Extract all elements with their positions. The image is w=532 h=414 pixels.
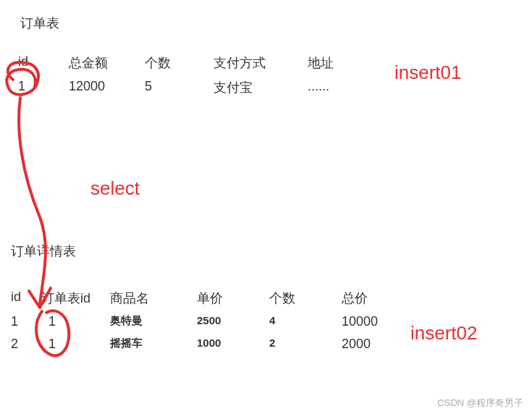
table2-header-total: 总价 [342, 290, 400, 307]
table2: id 订单表id 商品名 单价 个数 总价 1 1 奥特曼 2500 4 100… [11, 290, 400, 359]
table2-cell-oid: 1 [41, 314, 110, 329]
table1-data-row: 1 12000 5 支付宝 ...... [18, 79, 358, 96]
annotation-select: select [90, 177, 140, 200]
table1-cell-total: 12000 [69, 79, 145, 96]
table2-cell-total: 10000 [342, 314, 400, 329]
table2-row-1: 2 1 摇摇车 1000 2 2000 [11, 337, 400, 352]
table1-header-row: id 总金额 个数 支付方式 地址 [18, 54, 358, 72]
table2-cell-name: 摇摇车 [110, 337, 197, 352]
table2-cell-id: 1 [11, 314, 41, 329]
table2-cell-count: 4 [269, 314, 342, 329]
table1-header-count: 个数 [145, 54, 214, 72]
table2-row-0: 1 1 奥特曼 2500 4 10000 [11, 314, 400, 329]
table1-title: 订单表 [20, 14, 59, 32]
table2-cell-total: 2000 [342, 337, 400, 352]
table2-header-oid: 订单表id [41, 290, 110, 307]
table2-cell-price: 2500 [197, 314, 269, 329]
table2-cell-count: 2 [269, 337, 342, 352]
table2-header-id: id [11, 290, 41, 307]
watermark: CSDN @程序奇男子 [437, 397, 523, 410]
table2-header-count: 个数 [269, 290, 342, 307]
table2-title: 订单详情表 [11, 242, 76, 260]
table2-header-row: id 订单表id 商品名 单价 个数 总价 [11, 290, 400, 307]
table1-header-pay: 支付方式 [214, 54, 308, 72]
table2-header-price: 单价 [197, 290, 269, 307]
table1-header-addr: 地址 [308, 54, 358, 72]
table2-cell-oid: 1 [41, 337, 110, 352]
table2-cell-name: 奥特曼 [110, 314, 197, 329]
table1: id 总金额 个数 支付方式 地址 1 12000 5 支付宝 ...... [18, 54, 358, 104]
table1-cell-id: 1 [18, 79, 69, 96]
table1-cell-addr: ...... [308, 79, 358, 96]
table2-cell-price: 1000 [197, 337, 269, 352]
table1-header-total: 总金额 [69, 54, 145, 72]
table2-header-name: 商品名 [110, 290, 197, 307]
table2-cell-id: 2 [11, 337, 41, 352]
table1-cell-pay: 支付宝 [214, 79, 308, 96]
table1-cell-count: 5 [145, 79, 214, 96]
table1-header-id: id [18, 54, 69, 72]
annotation-insert02: insert02 [410, 322, 478, 345]
annotation-insert01: insert01 [394, 62, 462, 84]
